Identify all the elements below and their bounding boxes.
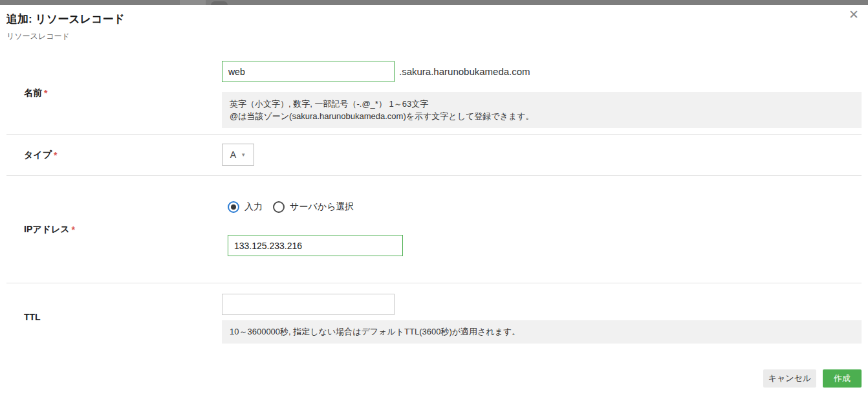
- chevron-down-icon: ▼: [241, 152, 246, 158]
- required-asterisk: *: [44, 88, 47, 98]
- type-select[interactable]: A ▼: [222, 144, 254, 166]
- ip-label-text: IPアドレス: [24, 224, 70, 235]
- ip-radio-group: 入力 サーバから選択: [228, 201, 862, 213]
- background-page-fragment: [180, 0, 206, 5]
- form-row-name: 名前* .sakura.harunobukameda.com 英字（小文字）, …: [6, 52, 862, 135]
- radio-selected-icon[interactable]: [228, 201, 239, 213]
- zone-suffix-text: .sakura.harunobukameda.com: [399, 66, 530, 77]
- ttl-input[interactable]: [222, 294, 395, 315]
- ttl-help-box: 10～3600000秒, 指定しない場合はデフォルトTTL(3600秒)が適用さ…: [222, 320, 862, 344]
- dialog-title: 追加: リソースレコード: [6, 12, 842, 27]
- radio-unselected-icon[interactable]: [273, 201, 285, 213]
- ttl-label-text: TTL: [24, 312, 41, 322]
- ip-label: IPアドレス*: [6, 176, 222, 283]
- type-label-text: タイプ: [24, 149, 52, 161]
- form-row-ip: IPアドレス* 入力 サーバから選択: [6, 176, 862, 283]
- background-page-strip: [0, 0, 868, 5]
- dialog-footer: キャンセル 作成: [6, 369, 862, 388]
- required-asterisk: *: [72, 224, 75, 235]
- radio-option-select-from-server[interactable]: サーバから選択: [273, 201, 354, 213]
- name-label: 名前*: [6, 52, 222, 134]
- ttl-label: TTL: [6, 283, 222, 350]
- name-help-line2: @は当該ゾーン(sakura.harunobukameda.com)を示す文字と…: [230, 110, 854, 122]
- form-row-type: タイプ* A ▼: [6, 135, 862, 176]
- dialog-subtitle: リソースレコード: [6, 31, 842, 42]
- name-label-text: 名前: [24, 87, 42, 99]
- close-icon[interactable]: ✕: [849, 8, 859, 21]
- type-select-value: A: [230, 149, 236, 160]
- background-page-fragment: [211, 1, 228, 5]
- cancel-button[interactable]: キャンセル: [763, 369, 816, 388]
- type-label: タイプ*: [6, 135, 222, 175]
- radio-input-label: 入力: [244, 201, 263, 213]
- radio-option-input[interactable]: 入力: [228, 201, 263, 213]
- name-help-line1: 英字（小文字）, 数字, 一部記号（-.@_*） 1～63文字: [230, 98, 854, 110]
- name-input[interactable]: [222, 61, 395, 82]
- ip-address-input[interactable]: [228, 235, 403, 256]
- dialog-header: 追加: リソースレコード リソースレコード: [0, 5, 868, 52]
- form-row-ttl: TTL 10～3600000秒, 指定しない場合はデフォルトTTL(3600秒)…: [6, 283, 862, 350]
- create-button[interactable]: 作成: [823, 369, 862, 388]
- name-help-box: 英字（小文字）, 数字, 一部記号（-.@_*） 1～63文字 @は当該ゾーン(…: [222, 92, 862, 128]
- radio-server-label: サーバから選択: [290, 201, 354, 213]
- required-asterisk: *: [54, 150, 57, 160]
- ttl-help-text: 10～3600000秒, 指定しない場合はデフォルトTTL(3600秒)が適用さ…: [230, 326, 854, 338]
